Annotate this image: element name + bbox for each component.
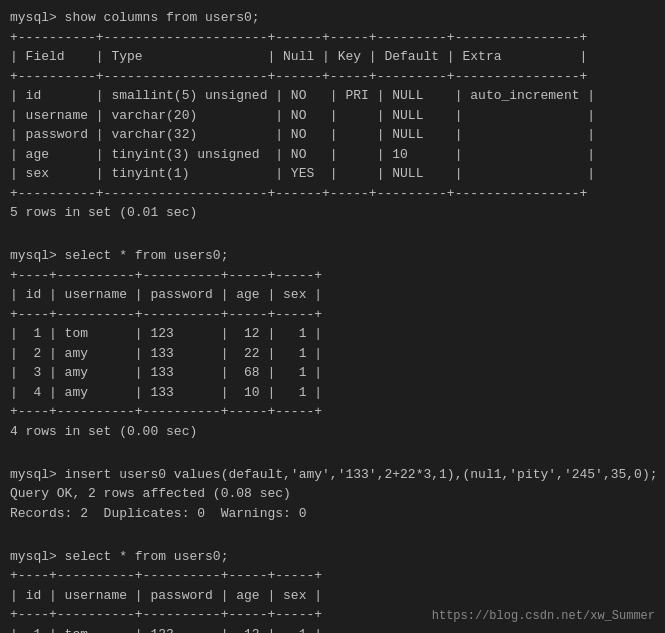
show-columns-result: 5 rows in set (0.01 sec) xyxy=(10,203,655,223)
select2-cmd: mysql> select * from users0; xyxy=(10,547,655,567)
watermark: https://blog.csdn.net/xw_Summer xyxy=(432,607,655,625)
table-header-sep: +----------+---------------------+------… xyxy=(10,67,655,87)
insert-section: mysql> insert users0 values(default,'amy… xyxy=(10,445,655,523)
select1-cmd: mysql> select * from users0; xyxy=(10,246,655,266)
show-columns-cmd: mysql> show columns from users0; xyxy=(10,8,655,28)
table-row: | sex | tinyint(1) | YES | | NULL | | xyxy=(10,164,655,184)
table-border-top: +----------+---------------------+------… xyxy=(10,28,655,48)
table-row: | password | varchar(32) | NO | | NULL |… xyxy=(10,125,655,145)
insert-cmd: mysql> insert users0 values(default,'amy… xyxy=(10,465,655,485)
insert-result1: Query OK, 2 rows affected (0.08 sec) xyxy=(10,484,655,504)
blank xyxy=(10,227,655,247)
select1-result: 4 rows in set (0.00 sec) xyxy=(10,422,655,442)
table-header: | Field | Type | Null | Key | Default | … xyxy=(10,47,655,67)
table-border-bottom: +----+----------+----------+-----+-----+ xyxy=(10,402,655,422)
insert-result2: Records: 2 Duplicates: 0 Warnings: 0 xyxy=(10,504,655,524)
table-row: | 1 | tom | 123 | 12 | 1 | xyxy=(10,324,655,344)
table-border-bottom: +----------+---------------------+------… xyxy=(10,184,655,204)
table-row: | 1 | tom | 123 | 12 | 1 | xyxy=(10,625,655,634)
table-row: | 3 | amy | 133 | 68 | 1 | xyxy=(10,363,655,383)
terminal: mysql> show columns from users0; +------… xyxy=(10,8,655,633)
blank xyxy=(10,527,655,547)
table-border-top: +----+----------+----------+-----+-----+ xyxy=(10,566,655,586)
table-border-top: +----+----------+----------+-----+-----+ xyxy=(10,266,655,286)
table-header-sep: +----+----------+----------+-----+-----+ xyxy=(10,305,655,325)
table-row: | username | varchar(20) | NO | | NULL |… xyxy=(10,106,655,126)
table-row: | age | tinyint(3) unsigned | NO | | 10 … xyxy=(10,145,655,165)
select1-section: mysql> select * from users0; +----+-----… xyxy=(10,227,655,442)
table-header: | id | username | password | age | sex | xyxy=(10,586,655,606)
table-row: | id | smallint(5) unsigned | NO | PRI |… xyxy=(10,86,655,106)
show-columns-section: mysql> show columns from users0; +------… xyxy=(10,8,655,223)
blank xyxy=(10,445,655,465)
table-row: | 2 | amy | 133 | 22 | 1 | xyxy=(10,344,655,364)
table-header: | id | username | password | age | sex | xyxy=(10,285,655,305)
table-row: | 4 | amy | 133 | 10 | 1 | xyxy=(10,383,655,403)
